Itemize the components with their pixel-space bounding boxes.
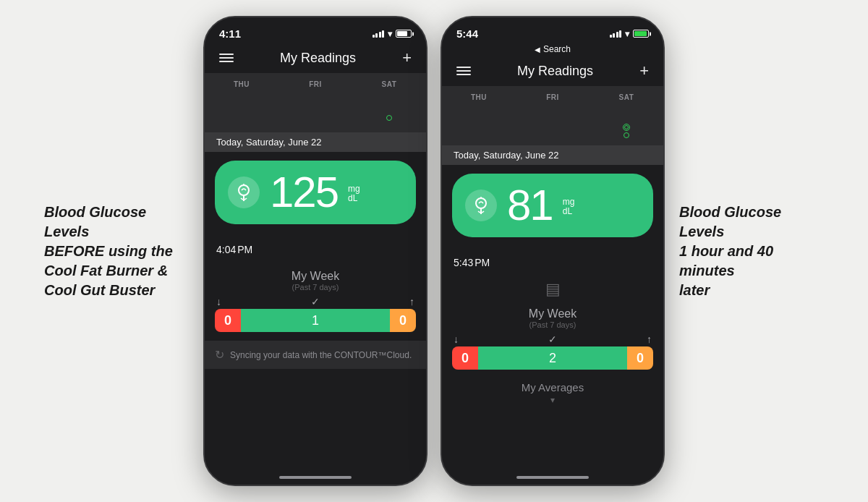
cal-fri-after[interactable]: FRI	[516, 90, 590, 144]
cal-thu-chart-after	[442, 101, 516, 141]
cal-sat-after[interactable]: SAT	[590, 90, 663, 144]
arrow-up-icon-before: ↑	[409, 296, 414, 307]
time-after: 5:44	[456, 27, 478, 40]
right-caption-line3: later	[679, 282, 710, 298]
cal-thu-chart	[205, 88, 278, 128]
week-high-count-after: 0	[627, 346, 653, 370]
week-in-range-count-before: 1	[241, 309, 390, 332]
week-bar-header-after: ↓ ✓ ↑	[452, 329, 653, 346]
week-high-count-before: 0	[390, 309, 416, 332]
date-header-before: Today, Saturday, June 22	[205, 132, 426, 152]
checkmark-icon-after: ✓	[548, 333, 557, 345]
cal-sat-before[interactable]: SAT	[352, 77, 426, 131]
reading-time-before: 4:04PM	[205, 233, 426, 264]
week-bar-after: 0 2 0	[452, 346, 653, 370]
signal-icon-after	[610, 30, 622, 38]
left-caption: Blood Glucose Levels BEFORE using the Co…	[37, 203, 203, 300]
left-caption-line3: Cool Fat Burner &	[44, 263, 168, 278]
glucose-value-after: 81	[507, 184, 553, 227]
notes-icon-after[interactable]: ▤	[545, 280, 561, 299]
status-icons-after: ▾	[610, 29, 650, 39]
week-bar-header-before: ↓ ✓ ↑	[215, 292, 416, 309]
cal-fri-label: FRI	[309, 80, 322, 88]
right-caption: Blood Glucose Levels 1 hour and 40 minut…	[665, 203, 831, 300]
date-header-after: Today, Saturday, June 22	[442, 145, 663, 165]
notes-area-after: ▤	[442, 277, 663, 302]
cal-fri-before[interactable]: FRI	[278, 77, 352, 131]
status-bar-before: 4:11 ▾	[205, 17, 426, 44]
phone-after-screen: 5:44 ▾	[442, 17, 663, 485]
left-caption-line4: Cool Gut Buster	[44, 282, 155, 298]
wifi-icon-after: ▾	[625, 29, 629, 39]
battery-icon	[396, 30, 412, 38]
signal-icon	[373, 30, 385, 38]
search-bar-after[interactable]: Search	[442, 44, 663, 57]
cal-sat-label-after: SAT	[619, 93, 634, 101]
add-reading-button-after[interactable]: +	[639, 63, 649, 79]
nav-title-before: My Readings	[280, 51, 356, 66]
right-caption-line1: Blood Glucose Levels	[679, 204, 781, 239]
week-subtitle-after: (Past 7 days)	[452, 320, 653, 329]
phone-before-screen: 4:11 ▾	[205, 17, 426, 485]
arrow-up-icon-after: ↑	[647, 333, 652, 345]
home-indicator-bar-before	[279, 476, 352, 479]
cal-sat-chart-after	[590, 101, 663, 141]
nav-title-after: My Readings	[517, 64, 593, 79]
glucose-icon-before	[228, 176, 260, 208]
glucose-icon-after	[465, 190, 497, 221]
glucose-card-after: 81 mg dL	[452, 174, 653, 237]
status-bar-after: 5:44 ▾	[442, 17, 663, 44]
reading-time-after: 5:43PM	[442, 246, 663, 277]
home-indicator-after	[442, 476, 663, 485]
cal-fri-label-after: FRI	[546, 93, 559, 101]
menu-icon-after[interactable]	[456, 67, 471, 75]
nav-bar-before: My Readings +	[205, 44, 426, 73]
cal-thu-label-after: THU	[471, 93, 487, 101]
cal-thu-label: THU	[234, 80, 250, 88]
arrow-down-icon-before: ↓	[216, 296, 221, 307]
glucose-unit-before: mg dL	[348, 184, 360, 203]
page-container: Blood Glucose Levels BEFORE using the Co…	[0, 0, 868, 502]
averages-arrow-icon: ▾	[452, 395, 653, 405]
status-icons-before: ▾	[373, 29, 412, 39]
left-caption-line2: BEFORE using the	[44, 243, 173, 259]
home-indicator-before	[205, 476, 426, 485]
week-low-count-before: 0	[215, 309, 241, 332]
phone-before: 4:11 ▾	[203, 16, 427, 486]
svg-point-3	[476, 198, 486, 208]
cal-thu-before[interactable]: THU	[205, 77, 278, 131]
week-low-count-after: 0	[452, 346, 478, 370]
calendar-days-before: THU FRI SAT	[205, 73, 426, 132]
sync-bar-before: ↻ Syncing your data with the CONTOUR™Clo…	[205, 341, 426, 369]
home-indicator-bar-after	[516, 476, 589, 479]
glucose-card-before: 125 mg dL	[215, 161, 416, 224]
calendar-strip-before: THU FRI SAT	[205, 73, 426, 132]
right-caption-line2: 1 hour and 40 minutes	[679, 243, 773, 278]
week-bar-before: 0 1 0	[215, 309, 416, 332]
svg-point-0	[239, 185, 249, 195]
cal-fri-chart-after	[516, 101, 590, 141]
week-title-before: My Week	[215, 270, 416, 283]
add-reading-button-before[interactable]: +	[402, 50, 412, 66]
wifi-icon: ▾	[388, 29, 392, 39]
checkmark-icon-before: ✓	[311, 296, 320, 307]
cal-sat-label: SAT	[382, 80, 397, 88]
week-title-after: My Week	[452, 307, 653, 320]
phone-after: 5:44 ▾	[441, 16, 665, 486]
menu-icon-before[interactable]	[219, 54, 234, 62]
cal-thu-after[interactable]: THU	[442, 90, 516, 144]
phones-container: 4:11 ▾	[203, 16, 665, 486]
sync-icon-before: ↻	[215, 348, 224, 362]
week-section-before: My Week (Past 7 days) ↓ ✓ ↑ 0 1 0	[205, 264, 426, 338]
week-section-after: My Week (Past 7 days) ↓ ✓ ↑ 0 2 0	[442, 302, 663, 375]
battery-icon-after	[633, 30, 649, 38]
averages-title-after: My Averages	[452, 381, 653, 393]
averages-section-after: My Averages ▾	[442, 375, 663, 408]
cal-sat-chart	[352, 88, 426, 128]
glucose-value-before: 125	[270, 171, 338, 214]
search-text: Search	[543, 44, 571, 54]
glucose-unit-after: mg dL	[563, 197, 575, 216]
time-before: 4:11	[219, 27, 241, 40]
week-in-range-count-after: 2	[478, 346, 627, 370]
calendar-days-after: THU FRI SAT	[442, 86, 663, 145]
